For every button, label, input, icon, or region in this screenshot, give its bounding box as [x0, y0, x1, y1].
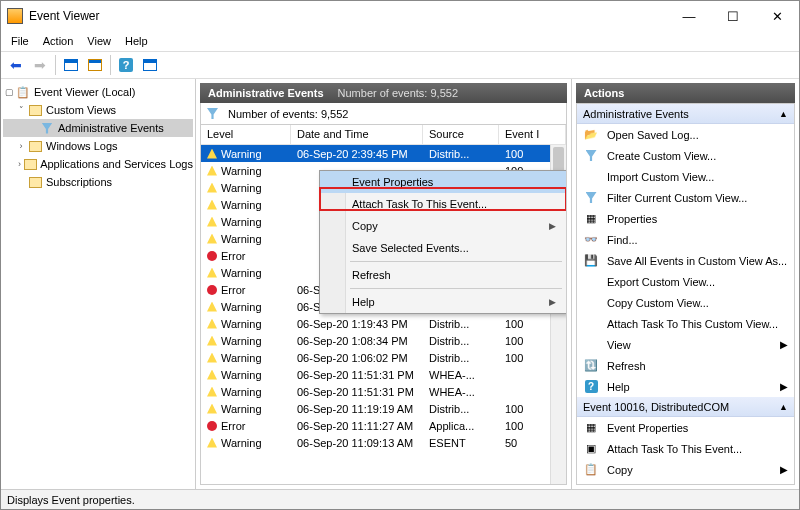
col-source[interactable]: Source: [423, 125, 499, 144]
table-row[interactable]: Warning06-Sep-20 11:09:13 AMESENT50: [201, 434, 566, 451]
folder-icon: [29, 141, 42, 152]
action-item[interactable]: ▦Event Properties: [577, 417, 794, 438]
minimize-button[interactable]: —: [667, 1, 711, 31]
maximize-button[interactable]: ☐: [711, 1, 755, 31]
menu-file[interactable]: File: [5, 33, 35, 49]
action-item[interactable]: 📋Copy▶: [577, 459, 794, 480]
tree-app-services[interactable]: ›Applications and Services Logs: [3, 155, 193, 173]
context-item[interactable]: Refresh: [320, 264, 566, 286]
ref-icon: 🔃: [583, 358, 599, 374]
menu-action[interactable]: Action: [37, 33, 80, 49]
action-item[interactable]: 💾Save All Events in Custom View As...: [577, 250, 794, 271]
table-row[interactable]: Warning06-Sep-20 1:19:43 PMDistrib...100: [201, 315, 566, 332]
toolbar-btn-3[interactable]: [139, 54, 161, 76]
back-button[interactable]: ⬅: [5, 54, 27, 76]
count-row: Number of events: 9,552: [200, 103, 567, 125]
toolbar: ⬅ ➡ ?: [1, 51, 799, 79]
tree-custom-views[interactable]: ˅Custom Views: [3, 101, 193, 119]
warning-icon: [207, 319, 217, 329]
chevron-right-icon: ▶: [780, 339, 788, 350]
action-item[interactable]: 🔃Refresh: [577, 355, 794, 376]
tree-admin-events[interactable]: Administrative Events: [3, 119, 193, 137]
tree-subscriptions[interactable]: Subscriptions: [3, 173, 193, 191]
warning-icon: [207, 302, 217, 312]
help-icon: ?: [583, 379, 599, 395]
context-item[interactable]: Save Selected Events...: [320, 237, 566, 259]
action-item[interactable]: Export Custom View...: [577, 271, 794, 292]
action-item[interactable]: Create Custom View...: [577, 145, 794, 166]
prop-icon: ▦: [583, 211, 599, 227]
folder-icon: [24, 159, 37, 170]
event-list: Level Date and Time Source Event I Warni…: [200, 125, 567, 485]
table-row[interactable]: Error06-Sep-20 11:11:27 AMApplica...100: [201, 417, 566, 434]
action-item[interactable]: ▦Properties: [577, 208, 794, 229]
col-level[interactable]: Level: [201, 125, 291, 144]
menu-help[interactable]: Help: [119, 33, 154, 49]
action-item[interactable]: Attach Task To This Custom View...: [577, 313, 794, 334]
blank-icon: [583, 337, 599, 353]
warning-icon: [207, 217, 217, 227]
table-row[interactable]: Warning06-Sep-20 1:06:02 PMDistrib...100: [201, 349, 566, 366]
find-icon: 👓: [583, 232, 599, 248]
action-item[interactable]: View▶: [577, 334, 794, 355]
chevron-right-icon: ▶: [780, 381, 788, 392]
folder-icon: [29, 177, 42, 188]
table-row[interactable]: Warning06-Sep-20 11:51:31 PMWHEA-...: [201, 383, 566, 400]
table-row[interactable]: Warning06-Sep-20 1:08:34 PMDistrib...100: [201, 332, 566, 349]
action-item[interactable]: Copy Custom View...: [577, 292, 794, 313]
tree-root[interactable]: ▢📋Event Viewer (Local): [3, 83, 193, 101]
task-icon: ▣: [583, 441, 599, 457]
actions-section-1[interactable]: Administrative Events▲: [577, 104, 794, 124]
table-row[interactable]: Warning06-Sep-20 2:39:45 PMDistrib...100: [201, 145, 566, 162]
menubar: File Action View Help: [1, 31, 799, 51]
blank-icon: [583, 295, 599, 311]
warning-icon: [207, 353, 217, 363]
table-row[interactable]: Warning06-Sep-20 11:19:19 AMDistrib...10…: [201, 400, 566, 417]
toolbar-btn-1[interactable]: [60, 54, 82, 76]
filt-icon: [583, 148, 599, 164]
context-item[interactable]: Copy▶: [320, 215, 566, 237]
toolbar-btn-2[interactable]: [84, 54, 106, 76]
action-item[interactable]: 👓Find...: [577, 229, 794, 250]
warning-icon: [207, 234, 217, 244]
menu-view[interactable]: View: [81, 33, 117, 49]
action-item[interactable]: ?Help▶: [577, 376, 794, 397]
app-icon: 📋: [15, 85, 31, 99]
mid-title: Administrative Events: [208, 87, 324, 99]
forward-button[interactable]: ➡: [29, 54, 51, 76]
col-datetime[interactable]: Date and Time: [291, 125, 423, 144]
action-item[interactable]: ▣Attach Task To This Event...: [577, 438, 794, 459]
warning-icon: [207, 268, 217, 278]
chevron-right-icon: ▶: [549, 221, 556, 231]
action-item[interactable]: Import Custom View...: [577, 166, 794, 187]
chevron-right-icon: ▶: [780, 464, 788, 475]
close-button[interactable]: ✕: [755, 1, 799, 31]
col-eventid[interactable]: Event I: [499, 125, 566, 144]
mid-subtitle: Number of events: 9,552: [338, 87, 458, 99]
action-item[interactable]: 📂Open Saved Log...: [577, 124, 794, 145]
arrow-left-icon: ⬅: [10, 57, 22, 73]
status-text: Displays Event properties.: [7, 494, 135, 506]
actions-header: Actions: [576, 83, 795, 103]
folder-icon: [29, 105, 42, 116]
blank-icon: [583, 169, 599, 185]
warning-icon: [207, 387, 217, 397]
warning-icon: [207, 438, 217, 448]
actions-section-2[interactable]: Event 10016, DistributedCOM▲: [577, 397, 794, 417]
table-row[interactable]: Warning06-Sep-20 11:51:31 PMWHEA-...: [201, 366, 566, 383]
calendar-icon: [143, 59, 157, 71]
actions-pane: Actions Administrative Events▲ 📂Open Sav…: [571, 79, 799, 489]
mid-pane: Administrative Events Number of events: …: [196, 79, 571, 489]
action-item[interactable]: Filter Current Custom View...: [577, 187, 794, 208]
tree-pane: ▢📋Event Viewer (Local) ˅Custom Views Adm…: [1, 79, 196, 489]
calendar-icon: [64, 59, 78, 71]
tree-windows-logs[interactable]: ›Windows Logs: [3, 137, 193, 155]
statusbar: Displays Event properties.: [1, 489, 799, 509]
toolbar-help[interactable]: ?: [115, 54, 137, 76]
context-item[interactable]: Event Properties: [320, 171, 566, 193]
context-item[interactable]: Help▶: [320, 291, 566, 313]
context-item[interactable]: Attach Task To This Event...: [320, 193, 566, 215]
blank-icon: [583, 316, 599, 332]
arrow-right-icon: ➡: [34, 57, 46, 73]
filter-icon: [42, 123, 53, 134]
